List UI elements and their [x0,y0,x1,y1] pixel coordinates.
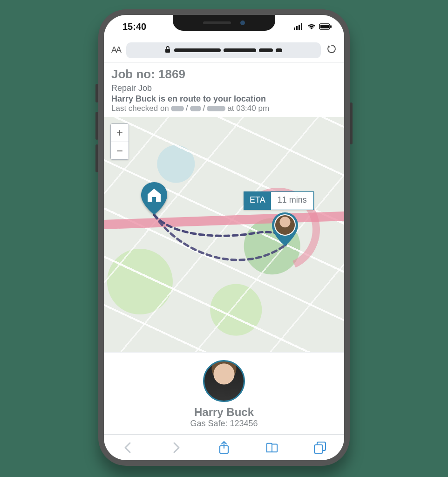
svg-rect-6 [330,25,332,28]
bookmarks-button[interactable] [265,441,278,454]
destination-pin[interactable] [141,182,167,215]
technician-avatar-small [274,214,296,236]
reload-button[interactable] [326,44,337,56]
svg-rect-10 [314,445,323,453]
zoom-in-button[interactable]: + [111,124,129,142]
zoom-control: + − [110,123,129,160]
svg-rect-3 [301,23,302,30]
forward-button[interactable] [170,441,183,454]
svg-rect-5 [320,25,329,28]
job-number: Job no: 1869 [111,67,337,82]
technician-credential: Gas Safe: 123456 [104,419,344,429]
job-header: Job no: 1869 Repair Job Harry Buck is en… [104,62,344,117]
url-redacted [174,48,282,52]
technician-card: Harry Buck Gas Safe: 123456 [104,352,344,434]
last-checked-time: at 03:40 pm [227,104,269,113]
date-redacted [207,106,225,111]
tabs-button[interactable] [313,441,326,454]
lock-icon [165,46,170,54]
phone-button-power [350,102,353,144]
svg-rect-0 [294,27,295,30]
technician-pin[interactable] [272,212,299,246]
last-checked: Last checked on / / at 03:40 pm [111,104,337,113]
job-type: Repair Job [111,83,337,93]
last-checked-prefix: Last checked on [111,104,169,113]
svg-rect-7 [165,49,170,53]
status-time: 15:40 [122,21,146,32]
svg-rect-2 [299,25,300,30]
wifi-icon [307,21,316,32]
svg-rect-1 [296,26,298,30]
eta-value: 11 mins [271,192,313,210]
date-redacted [190,106,201,111]
text-size-button[interactable]: AA [111,45,121,55]
job-status: Harry Buck is en route to your location [111,94,337,104]
share-button[interactable] [217,441,231,454]
zoom-out-button[interactable]: − [111,142,129,159]
browser-bar: AA [104,38,344,62]
back-button[interactable] [122,441,135,454]
device-frame: 15:40 AA [98,9,350,466]
map-view[interactable]: + − ETA 11 mins [104,117,344,352]
date-redacted [171,106,184,111]
eta-badge: ETA 11 mins [244,191,314,210]
phone-notch [173,15,275,31]
battery-icon [319,21,332,32]
browser-toolbar [104,434,344,460]
technician-name: Harry Buck [104,406,344,419]
address-bar[interactable] [126,42,321,58]
technician-avatar [203,360,245,402]
signal-icon [294,21,304,32]
eta-label: ETA [244,192,271,210]
